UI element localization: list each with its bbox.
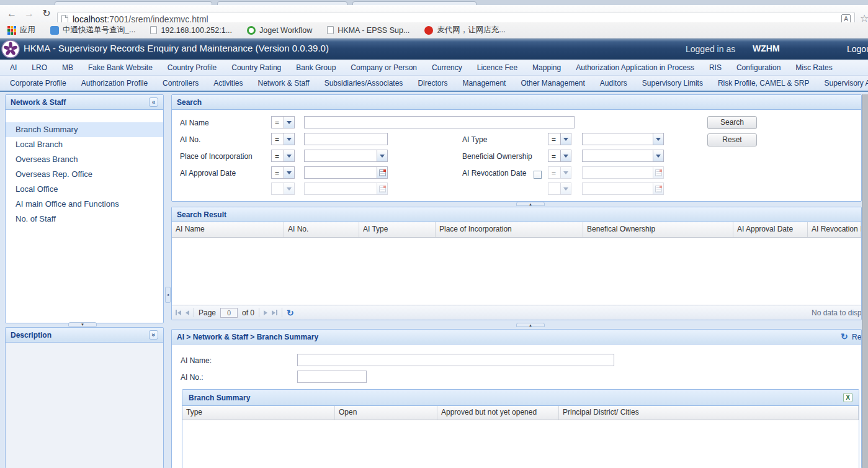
back-icon[interactable]: ← bbox=[5, 7, 19, 20]
sidebar-item-overseas-rep-office[interactable]: Overseas Rep. Office bbox=[6, 167, 163, 182]
logout-link[interactable]: Logout bbox=[847, 44, 868, 54]
column-header-ai-name[interactable]: AI Name bbox=[172, 222, 284, 237]
menu-item-controllers[interactable]: Controllers bbox=[155, 79, 206, 88]
sidebar-item-branch-summary[interactable]: Branch Summary bbox=[6, 122, 163, 137]
ai-approval-date-operator-combo[interactable]: = bbox=[271, 166, 295, 179]
menu-item-other-management[interactable]: Other Management bbox=[513, 79, 592, 88]
menu-item-risk-profile-camel-srp[interactable]: Risk Profile, CAMEL & SRP bbox=[710, 79, 817, 88]
search-splitter-handle[interactable]: ▲ bbox=[516, 202, 545, 206]
ai-approval-date-field[interactable] bbox=[304, 166, 388, 179]
chevron-down-icon[interactable] bbox=[653, 133, 663, 145]
detail-refresh-icon[interactable]: ↻ bbox=[841, 332, 848, 341]
menu-item-supervisory-limits[interactable]: Supervisory Limits bbox=[635, 79, 710, 88]
excel-export-icon[interactable]: X bbox=[843, 393, 852, 402]
menu-item-ris[interactable]: RIS bbox=[702, 63, 729, 72]
chevron-down-icon[interactable] bbox=[560, 133, 571, 145]
sidebar-item-ai-main-office[interactable]: AI main Office and Functions bbox=[6, 197, 163, 212]
menu-item-corporate-profile[interactable]: Corporate Profile bbox=[2, 79, 74, 88]
ai-name-operator-combo[interactable]: = bbox=[271, 116, 295, 128]
place-of-incorporation-operator-combo[interactable]: = bbox=[271, 150, 295, 162]
menu-item-mapping[interactable]: Mapping bbox=[525, 63, 568, 72]
ai-no-input[interactable] bbox=[304, 133, 388, 145]
page-number-input[interactable] bbox=[220, 308, 238, 318]
menu-item-network-staff[interactable]: Network & Staff bbox=[250, 79, 316, 88]
detail-ai-no-input[interactable] bbox=[297, 371, 367, 383]
first-page-icon[interactable] bbox=[176, 310, 181, 315]
calendar-icon[interactable] bbox=[377, 167, 387, 178]
vertical-scrollbar[interactable] bbox=[862, 94, 868, 468]
detail-splitter-handle[interactable]: ▲ bbox=[516, 323, 545, 327]
ai-revocation-date-checkbox[interactable] bbox=[534, 171, 542, 179]
column-header-ai-revocation-date[interactable]: AI Revocation Date bbox=[808, 222, 861, 237]
chevron-down-icon[interactable] bbox=[560, 150, 571, 161]
collapse-down-icon[interactable]: » bbox=[149, 330, 158, 340]
menu-item-authorization-profile[interactable]: Authorization Profile bbox=[74, 79, 155, 88]
forward-icon[interactable]: → bbox=[22, 7, 36, 20]
chevron-down-icon[interactable] bbox=[284, 150, 294, 161]
chevron-down-icon[interactable] bbox=[377, 150, 387, 161]
menu-item-activities[interactable]: Activities bbox=[206, 79, 250, 88]
column-header-ai-type[interactable]: AI Type bbox=[359, 222, 436, 237]
refresh-icon[interactable]: ↻ bbox=[287, 308, 294, 317]
menu-item-bank-group[interactable]: Bank Group bbox=[289, 63, 343, 72]
ai-type-operator-combo[interactable]: = bbox=[548, 133, 571, 145]
ai-type-select[interactable] bbox=[582, 133, 664, 145]
bookmark-item[interactable]: Joget Workflow bbox=[247, 26, 312, 35]
menu-item-country-profile[interactable]: Country Profile bbox=[160, 63, 224, 72]
bookmark-item[interactable]: HKMA - EPSS Sup... bbox=[327, 26, 409, 35]
column-header-ai-approval-date[interactable]: AI Approval Date bbox=[733, 222, 808, 237]
menu-item-subsidiaries-associates[interactable]: Subsidiaries/Associates bbox=[317, 79, 411, 88]
chevron-down-icon[interactable] bbox=[284, 117, 294, 128]
ai-name-input[interactable] bbox=[304, 116, 575, 128]
sidebar-item-overseas-branch[interactable]: Overseas Branch bbox=[6, 152, 163, 167]
detail-ai-name-input[interactable] bbox=[297, 354, 614, 366]
column-header-open[interactable]: Open bbox=[335, 406, 437, 420]
column-header-type[interactable]: Type bbox=[182, 406, 335, 420]
result-grid-header: AI Name AI No. AI Type Place of Incorpor… bbox=[172, 222, 861, 238]
menu-item-configuration[interactable]: Configuration bbox=[729, 63, 788, 72]
column-header-benefical-ownership[interactable]: Benefical Ownership bbox=[583, 222, 733, 237]
menu-item-currency[interactable]: Currency bbox=[424, 63, 470, 72]
column-header-ai-no[interactable]: AI No. bbox=[284, 222, 359, 237]
sidebar-item-local-office[interactable]: Local Office bbox=[6, 182, 163, 197]
chevron-down-icon[interactable] bbox=[653, 150, 663, 161]
search-button[interactable]: Search bbox=[707, 116, 757, 129]
ai-no-operator-combo[interactable]: = bbox=[271, 133, 295, 145]
column-header-place-of-incorporation[interactable]: Place of Incorporation bbox=[436, 222, 583, 237]
last-page-icon[interactable] bbox=[272, 310, 277, 315]
bookmark-apps[interactable]: 应用 bbox=[7, 25, 35, 35]
menu-item-company-or-person[interactable]: Company or Person bbox=[343, 63, 424, 72]
column-header-principal-district[interactable]: Principal District/ Cities bbox=[559, 406, 859, 420]
menu-item-supervisory-activities[interactable]: Supervisory Activities And Plans bbox=[817, 79, 868, 88]
menu-item-fake-bank-website[interactable]: Fake Bank Website bbox=[81, 63, 160, 72]
menu-item-mb[interactable]: MB bbox=[55, 63, 81, 72]
sidebar-item-local-branch[interactable]: Local Branch bbox=[6, 137, 163, 152]
menu-item-lro[interactable]: LRO bbox=[24, 63, 55, 72]
column-header-approved-not-opened[interactable]: Approved but not yet opened bbox=[437, 406, 559, 420]
beneficial-ownership-operator-combo[interactable]: = bbox=[548, 150, 571, 162]
sidebar-item-no-of-staff[interactable]: No. of Staff bbox=[6, 212, 163, 227]
menu-item-ai[interactable]: AI bbox=[2, 63, 24, 72]
beneficial-ownership-select[interactable] bbox=[582, 150, 664, 162]
menu-item-country-rating[interactable]: Country Rating bbox=[224, 63, 289, 72]
sidebar-splitter-handle[interactable]: ◂ bbox=[165, 287, 171, 303]
bookmark-item[interactable]: 中通快递单号查询_... bbox=[50, 25, 135, 35]
description-splitter-handle[interactable]: ▼ bbox=[68, 322, 97, 326]
menu-item-authorization-application[interactable]: Authorization Application in Process bbox=[568, 63, 702, 72]
place-of-incorporation-select[interactable] bbox=[304, 150, 388, 162]
collapse-left-icon[interactable]: « bbox=[149, 97, 158, 107]
menu-item-directors[interactable]: Directors bbox=[410, 79, 455, 88]
menu-item-management[interactable]: Management bbox=[455, 79, 513, 88]
detail-refresh-label[interactable]: Refresh bbox=[852, 333, 861, 341]
previous-page-icon[interactable] bbox=[186, 310, 189, 315]
chevron-down-icon[interactable] bbox=[284, 167, 294, 178]
menu-item-licence-fee[interactable]: Licence Fee bbox=[470, 63, 525, 72]
menu-item-misc-rates[interactable]: Misc Rates bbox=[788, 63, 839, 72]
bookmark-item[interactable]: 192.168.100.252:1... bbox=[150, 26, 232, 35]
reset-button[interactable]: Reset bbox=[707, 133, 757, 146]
reload-icon[interactable]: ↻ bbox=[40, 7, 53, 20]
bookmark-item[interactable]: 麦代网，让网店充... bbox=[424, 25, 505, 35]
next-page-icon[interactable] bbox=[264, 310, 267, 315]
chevron-down-icon[interactable] bbox=[284, 133, 294, 145]
menu-item-auditors[interactable]: Auditors bbox=[593, 79, 635, 88]
